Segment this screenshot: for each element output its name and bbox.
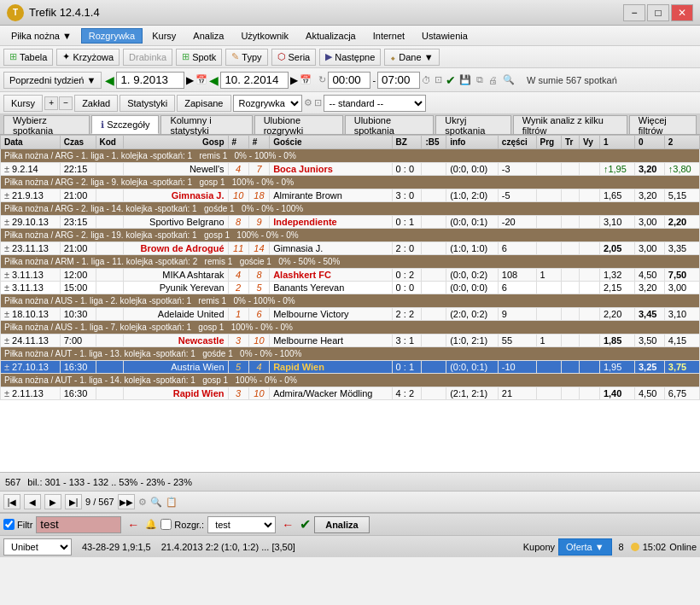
tab-wybierz[interactable]: Wybierz spotkania: [3, 115, 90, 134]
rozgr-arrow-left[interactable]: ←: [279, 516, 296, 533]
table-row[interactable]: ± 21.9.13 21:00 Gimnasia J. 10 18 Almira…: [1, 189, 700, 202]
match-vy: [579, 163, 599, 176]
match-prg: [536, 242, 561, 255]
statystyki-button[interactable]: Statystyki: [120, 95, 175, 112]
table-row[interactable]: ± 23.11.13 21:00 Brown de Adrogué 11 14 …: [1, 242, 700, 255]
match-v2: 3,10: [664, 308, 699, 321]
category-text: Piłka nożna / ARM - 1. liga - 11. kolejk…: [1, 255, 700, 269]
match-score-away: 7: [248, 163, 269, 176]
rozgr-checkbox-label[interactable]: Rozgr.:: [160, 519, 204, 530]
table-row[interactable]: ± 3.11.13 12:00 MIKA Ashtarak 4 8 Alashk…: [1, 269, 700, 282]
filter-checkbox-label[interactable]: Filtr: [3, 519, 32, 530]
plus-button[interactable]: +: [44, 96, 58, 110]
match-vy: [579, 361, 599, 374]
match-code: [96, 308, 124, 321]
match-away: Almirante Brown: [270, 189, 392, 202]
zaklad-button[interactable]: Zakład: [74, 95, 118, 112]
category-text: Piłka nożna / AUT - 1. liga - 13. kolejk…: [1, 347, 700, 361]
match-b5: [422, 308, 446, 321]
oferta-button[interactable]: Oferta ▼: [558, 538, 612, 556]
dane-button[interactable]: ⬥ Dane ▼: [384, 49, 439, 66]
match-info: (2:0, 0:2): [446, 308, 499, 321]
menu-internet[interactable]: Internet: [365, 28, 412, 44]
date-from-input[interactable]: [116, 72, 184, 89]
table-row[interactable]: ± 3.11.13 15:00 Pyunik Yerevan 2 5 Banan…: [1, 282, 700, 294]
col-v1: 1: [599, 136, 634, 149]
filter-checkbox[interactable]: [3, 519, 15, 530]
kupony-label: Kupony: [523, 542, 555, 552]
tab-wiecej[interactable]: Więcej filtrów: [629, 115, 697, 134]
copy-icon: ⧉: [476, 74, 483, 85]
nav-icon1: ⚙: [138, 497, 147, 508]
table-row[interactable]: ± 24.11.13 7:00 Newcastle 3 10 Melbourne…: [1, 334, 700, 347]
time-from-input[interactable]: [328, 72, 370, 89]
match-v1: 2,05: [599, 242, 634, 255]
match-czesci: -3: [498, 163, 536, 176]
menu-analiza[interactable]: Analiza: [185, 28, 231, 44]
match-away: Rapid Wien: [270, 361, 392, 374]
standard-select[interactable]: -- standard --: [324, 95, 426, 112]
tab-kolumny[interactable]: Kolumny i statystyki: [160, 115, 252, 134]
green-arrow-left2: ◀: [209, 73, 219, 87]
tab-szczegoly[interactable]: ℹSzczegóły: [91, 115, 159, 134]
match-away: Alashkert FC: [270, 269, 392, 282]
table-row[interactable]: ± 9.2.14 22:15 Newell's 4 7 Boca Juniors…: [1, 163, 700, 176]
match-code: [96, 242, 124, 255]
rozgr-checkbox[interactable]: [160, 519, 172, 530]
match-bz: 2 : 2: [392, 308, 422, 321]
menu-kursy[interactable]: Kursy: [144, 28, 184, 44]
rozgr-filter-select[interactable]: test: [207, 516, 276, 533]
menu-ustawienia[interactable]: Ustawienia: [414, 28, 475, 44]
date-to-input[interactable]: [220, 72, 289, 89]
menu-aktualizacja[interactable]: Aktualizacja: [298, 28, 364, 44]
match-date: ± 3.11.13: [1, 282, 61, 294]
tab-ulubione-spotkania[interactable]: Ulubione spotkania: [345, 115, 435, 134]
seria-button[interactable]: ⬡ Seria: [271, 49, 317, 66]
tab-ulubione-rozgrywki[interactable]: Ulubione rozgrywki: [254, 115, 343, 134]
drabinka-button[interactable]: Drabinka: [123, 49, 172, 66]
bookmaker-select[interactable]: Unibet: [3, 538, 72, 556]
match-code: [96, 163, 124, 176]
match-tr: [561, 216, 579, 229]
match-v1: 1,85: [599, 334, 634, 347]
time-to-input[interactable]: [377, 72, 420, 89]
maximize-button[interactable]: □: [647, 4, 669, 21]
table-row[interactable]: ± 2.11.13 16:30 Rapid Wien 3 10 Admira/W…: [1, 387, 700, 400]
minimize-button[interactable]: −: [623, 4, 645, 21]
menu-sport[interactable]: Piłka nożna ▼: [3, 28, 79, 44]
zapisane-button[interactable]: Zapisane: [177, 95, 230, 112]
tab-wynik-analiz[interactable]: Wynik analiz z kilku filtrów: [513, 115, 627, 134]
match-time: 16:30: [60, 387, 96, 400]
jump-button[interactable]: ▶▶: [118, 494, 135, 509]
tabela-button[interactable]: ⊞ Tabela: [3, 49, 53, 66]
match-v1: 1,65: [599, 189, 634, 202]
spotk-button[interactable]: ⊞ Spotk: [176, 49, 222, 66]
match-b5: [422, 269, 446, 282]
analiza-button[interactable]: Analiza: [314, 516, 370, 533]
kursy-action-button[interactable]: Kursy: [3, 95, 43, 112]
tab-ukryj[interactable]: Ukryj spotkania: [435, 115, 510, 134]
prev-page-button[interactable]: ◀: [24, 494, 41, 509]
menu-rozgrywka[interactable]: Rozgrywka: [81, 28, 143, 44]
menu-uzytkownik[interactable]: Użytkownik: [233, 28, 296, 44]
check-icon: ✔: [446, 73, 456, 87]
match-score-away: 4: [248, 361, 269, 374]
nastepne-button[interactable]: ▶ Następne: [319, 49, 381, 66]
rozgrywka-select[interactable]: Rozgrywka: [233, 95, 302, 112]
filter-text-input[interactable]: [36, 516, 121, 533]
last-page-button[interactable]: ▶|: [65, 494, 82, 509]
table-row-selected[interactable]: ± 27.10.13 16:30 Austria Wien 5 4 Rapid …: [1, 361, 700, 374]
table-row[interactable]: ± 18.10.13 10:30 Adelaide United 1 6 Mel…: [1, 308, 700, 321]
first-page-button[interactable]: |◀: [3, 494, 20, 509]
next-page-button[interactable]: ▶: [44, 494, 61, 509]
typy-button[interactable]: ✎ Typy: [225, 49, 267, 66]
match-prg: [536, 189, 561, 202]
close-button[interactable]: ✕: [671, 4, 693, 21]
table-row[interactable]: ± 29.10.13 23:15 Sportivo Belgrano 8 9 I…: [1, 216, 700, 229]
category-row: Piłka nożna / AUS - 1. liga - 7. kolejka…: [1, 321, 700, 334]
prev-week-button[interactable]: Poprzedni tydzień ▼: [3, 72, 102, 89]
filter-arrow-left[interactable]: ←: [125, 516, 142, 533]
match-score-away: 18: [248, 189, 269, 202]
krzyzowa-button[interactable]: ✦ Krzyżowa: [56, 49, 120, 66]
minus-button[interactable]: −: [59, 96, 73, 110]
